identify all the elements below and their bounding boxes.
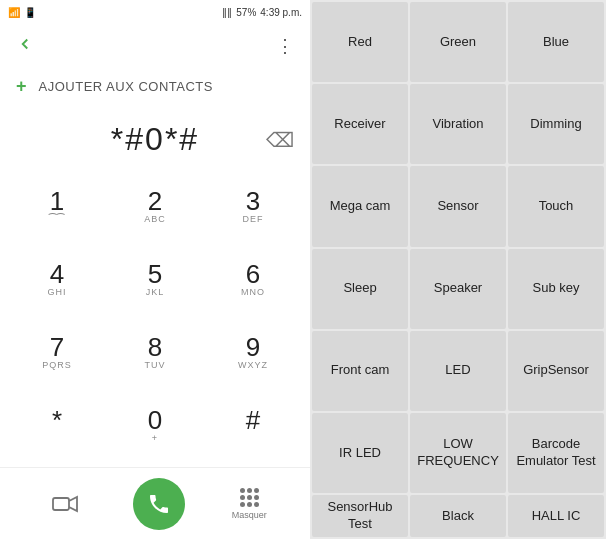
- test-button-sensor[interactable]: Sensor: [410, 166, 506, 246]
- key-4[interactable]: 4 GHI: [8, 243, 106, 316]
- test-button-black[interactable]: Black: [410, 495, 506, 537]
- add-contact-plus-icon: +: [16, 76, 27, 97]
- test-button-vibration[interactable]: Vibration: [410, 84, 506, 164]
- keypad: 1 ⁀⁀ 2 ABC 3 DEF 4 GHI 5 JKL 6 MNO 7 PQR…: [0, 166, 310, 467]
- test-button-mega-cam[interactable]: Mega cam: [312, 166, 408, 246]
- dialer-number: *#0*#: [16, 121, 294, 158]
- backspace-button[interactable]: ⌫: [266, 128, 294, 152]
- key-3[interactable]: 3 DEF: [204, 170, 302, 243]
- test-grid-panel: RedGreenBlueReceiverVibrationDimmingMega…: [310, 0, 606, 539]
- call-button[interactable]: [133, 478, 185, 530]
- test-button-led[interactable]: LED: [410, 331, 506, 411]
- add-contact-row[interactable]: + AJOUTER AUX CONTACTS: [0, 68, 310, 105]
- test-button-front-cam[interactable]: Front cam: [312, 331, 408, 411]
- test-button-sub-key[interactable]: Sub key: [508, 249, 604, 329]
- test-button-gripsensor[interactable]: GripSensor: [508, 331, 604, 411]
- video-call-button[interactable]: [43, 482, 87, 526]
- key-7[interactable]: 7 PQRS: [8, 317, 106, 390]
- test-button-blue[interactable]: Blue: [508, 2, 604, 82]
- dialer-display: *#0*# ⌫: [0, 105, 310, 166]
- test-button-ir-led[interactable]: IR LED: [312, 413, 408, 493]
- add-contact-label: AJOUTER AUX CONTACTS: [39, 79, 213, 94]
- key-hash[interactable]: #: [204, 390, 302, 463]
- bottom-bar: Masquer: [0, 467, 310, 539]
- status-bar-left: 📶 📱: [8, 7, 36, 18]
- android-icon: 📱: [24, 7, 36, 18]
- test-button-barcode-emulator-test[interactable]: Barcode Emulator Test: [508, 413, 604, 493]
- top-bar: ⋮: [0, 24, 310, 68]
- status-bar-right: ‖‖ 57% 4:39 p.m.: [222, 7, 302, 18]
- key-0[interactable]: 0 +: [106, 390, 204, 463]
- test-button-receiver[interactable]: Receiver: [312, 84, 408, 164]
- status-bar: 📶 📱 ‖‖ 57% 4:39 p.m.: [0, 0, 310, 24]
- masquer-dots-icon: [240, 488, 259, 507]
- test-button-green[interactable]: Green: [410, 2, 506, 82]
- test-button-sleep[interactable]: Sleep: [312, 249, 408, 329]
- wifi-icon: 📶: [8, 7, 20, 18]
- test-button-hall-ic[interactable]: HALL IC: [508, 495, 604, 537]
- key-1[interactable]: 1 ⁀⁀: [8, 170, 106, 243]
- more-options-button[interactable]: ⋮: [272, 31, 298, 61]
- svg-rect-0: [53, 498, 69, 510]
- test-button-speaker[interactable]: Speaker: [410, 249, 506, 329]
- key-8[interactable]: 8 TUV: [106, 317, 204, 390]
- key-6[interactable]: 6 MNO: [204, 243, 302, 316]
- test-button-low-frequency[interactable]: LOW FREQUENCY: [410, 413, 506, 493]
- back-button[interactable]: [12, 31, 38, 62]
- signal-icon: ‖‖: [222, 7, 232, 18]
- masquer-button[interactable]: Masquer: [232, 488, 267, 520]
- test-button-sensorhub-test[interactable]: SensorHub Test: [312, 495, 408, 537]
- key-star[interactable]: *: [8, 390, 106, 463]
- time-display: 4:39 p.m.: [260, 7, 302, 18]
- key-9[interactable]: 9 WXYZ: [204, 317, 302, 390]
- test-button-touch[interactable]: Touch: [508, 166, 604, 246]
- test-button-red[interactable]: Red: [312, 2, 408, 82]
- key-5[interactable]: 5 JKL: [106, 243, 204, 316]
- key-2[interactable]: 2 ABC: [106, 170, 204, 243]
- masquer-label: Masquer: [232, 510, 267, 520]
- dialer-panel: 📶 📱 ‖‖ 57% 4:39 p.m. ⋮ + AJOUTER AUX CON…: [0, 0, 310, 539]
- battery-percent: 57%: [236, 7, 256, 18]
- test-button-dimming[interactable]: Dimming: [508, 84, 604, 164]
